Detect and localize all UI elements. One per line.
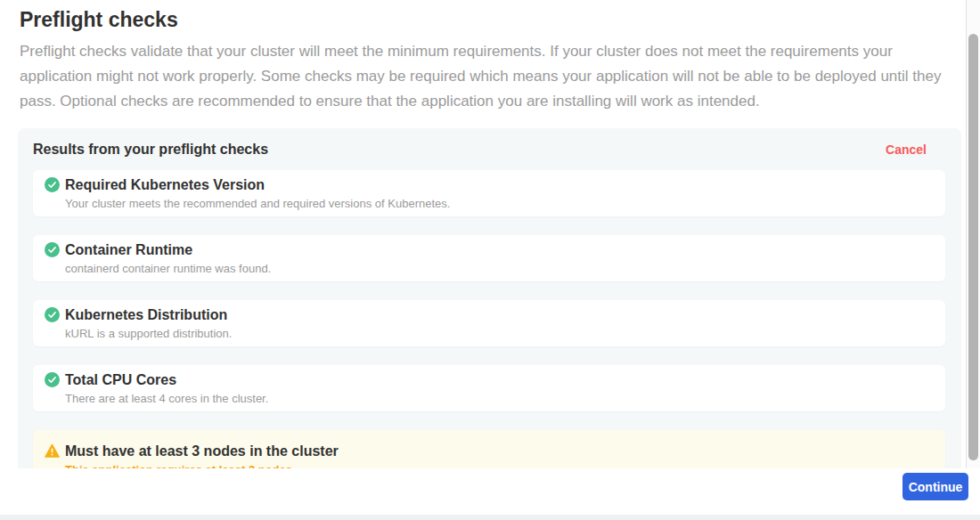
preflight-check-row: Container Runtime containerd container r… — [33, 235, 945, 281]
check-circle-icon — [45, 307, 60, 322]
check-message: Your cluster meets the recommended and r… — [65, 197, 945, 211]
page-title: Preflight checks — [20, 7, 980, 32]
check-circle-icon — [45, 372, 60, 387]
cancel-link[interactable]: Cancel — [886, 142, 927, 157]
bottom-strip — [0, 515, 980, 520]
page-footer: Continue — [0, 468, 980, 515]
check-title: Required Kubernetes Version — [65, 175, 945, 194]
check-title: Total CPU Cores — [65, 370, 945, 389]
preflight-check-row: Total CPU Cores There are at least 4 cor… — [33, 365, 945, 411]
preflight-check-list: Required Kubernetes Version Your cluster… — [33, 170, 946, 505]
check-title: Kubernetes Distribution — [65, 305, 945, 324]
warning-triangle-icon — [45, 443, 60, 459]
preflight-check-row: Required Kubernetes Version Your cluster… — [33, 170, 945, 216]
preflight-results-panel: Results from your preflight checks Cance… — [18, 128, 961, 502]
page-description: Preflight checks validate that your clus… — [20, 39, 951, 114]
scrollbar-thumb[interactable] — [968, 34, 978, 460]
vertical-scrollbar[interactable] — [966, 0, 980, 468]
continue-button[interactable]: Continue — [902, 473, 968, 500]
preflight-check-row: Kubernetes Distribution kURL is a suppor… — [33, 300, 945, 346]
check-message: There are at least 4 cores in the cluste… — [65, 392, 945, 406]
check-circle-icon — [45, 242, 60, 257]
check-title: Container Runtime — [65, 240, 945, 259]
check-circle-icon — [45, 177, 60, 192]
check-title: Must have at least 3 nodes in the cluste… — [65, 442, 945, 460]
check-message: kURL is a supported distribution. — [65, 327, 945, 341]
results-heading: Results from your preflight checks — [33, 142, 268, 158]
check-message: containerd container runtime was found. — [65, 262, 945, 276]
panel-header: Results from your preflight checks Cance… — [33, 142, 946, 158]
